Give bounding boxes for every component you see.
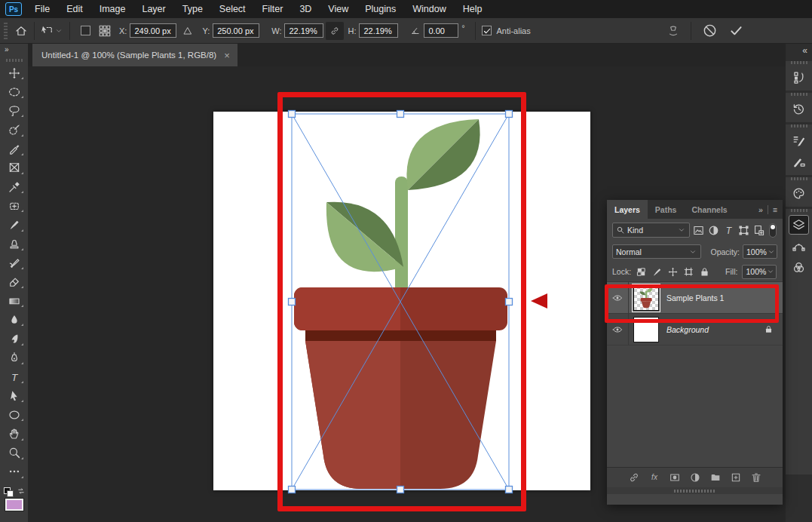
link-layers-icon[interactable] <box>628 471 640 484</box>
path-selection-tool[interactable] <box>4 389 25 402</box>
document-tab[interactable]: Untitled-1 @ 100% (Sample Plants 1, RGB/… <box>32 44 237 66</box>
smart-object-filter-icon[interactable] <box>752 224 765 237</box>
options-grip[interactable] <box>4 23 8 39</box>
transform-tool-icon[interactable] <box>41 24 54 38</box>
tab-paths[interactable]: Paths <box>648 200 685 219</box>
eyedropper-tool[interactable] <box>4 180 25 193</box>
pen-tool[interactable] <box>4 352 25 364</box>
tab-channels[interactable]: Channels <box>684 200 734 219</box>
more-tools[interactable] <box>4 465 25 478</box>
frame-tool[interactable] <box>4 161 25 174</box>
layers-panel-button[interactable] <box>789 215 809 235</box>
pixel-layers-filter-icon[interactable] <box>692 224 705 237</box>
clone-stamp-tool[interactable] <box>4 238 25 250</box>
brush-settings-panel-button[interactable] <box>789 130 809 150</box>
history-panel-button[interactable] <box>789 99 809 118</box>
paths-panel-button[interactable] <box>789 236 809 256</box>
options-bar: X: 249.00 px Y: 250.00 px W: 22.19% H: 2… <box>0 18 812 44</box>
chevron-down-icon <box>688 247 697 256</box>
opacity-select[interactable]: 100% <box>743 244 777 259</box>
blur-tool[interactable] <box>4 313 25 326</box>
brush-tool[interactable] <box>4 219 25 232</box>
document-title: Untitled-1 @ 100% (Sample Plants 1, RGB/… <box>41 51 216 60</box>
tab-layers[interactable]: Layers <box>607 200 648 219</box>
panel-more-icon[interactable]: » <box>758 205 763 214</box>
commit-transform-icon[interactable] <box>728 23 744 38</box>
menu-type[interactable]: Type <box>174 0 211 18</box>
menu-view[interactable]: View <box>320 0 357 18</box>
brushes-panel-button[interactable] <box>789 152 809 171</box>
menu-window[interactable]: Window <box>404 0 454 18</box>
lock-transparent-pixels-icon[interactable] <box>636 266 647 278</box>
type-layers-filter-icon[interactable]: T <box>722 224 735 237</box>
layer-effects-icon[interactable]: fx <box>648 471 660 484</box>
elliptical-marquee-tool[interactable] <box>4 85 25 98</box>
delete-layer-icon[interactable] <box>750 471 762 484</box>
smudge-tool[interactable] <box>4 333 25 345</box>
channels-panel-button[interactable] <box>789 257 809 277</box>
move-tool[interactable] <box>4 66 25 79</box>
new-layer-icon[interactable] <box>730 471 742 484</box>
patch-tool[interactable] <box>4 199 25 212</box>
lock-artboard-icon[interactable] <box>683 266 694 278</box>
chevron-down-icon[interactable] <box>54 26 63 35</box>
w-input[interactable]: 22.19% <box>284 23 323 38</box>
layer-name[interactable]: Background <box>666 325 709 334</box>
reference-point-checkbox[interactable] <box>81 26 90 35</box>
delta-icon[interactable] <box>182 26 193 36</box>
link-dimensions-button[interactable] <box>326 22 344 40</box>
dock-expand-icon[interactable]: « <box>786 44 812 59</box>
menu-edit[interactable]: Edit <box>58 0 91 18</box>
reference-point-grid-icon[interactable] <box>98 24 112 38</box>
lock-image-pixels-icon[interactable] <box>651 266 663 278</box>
lock-position-icon[interactable] <box>667 266 679 278</box>
x-input[interactable]: 249.00 px <box>130 23 176 38</box>
layer-filter-toggle[interactable] <box>769 223 777 238</box>
tab-close-icon[interactable]: × <box>224 50 230 61</box>
layer-mask-icon[interactable] <box>669 471 681 484</box>
cancel-transform-icon[interactable] <box>702 23 718 38</box>
type-tool[interactable]: T <box>4 370 25 383</box>
default-colors-icon[interactable] <box>4 487 14 497</box>
history-brush-tool[interactable] <box>4 256 25 269</box>
adjustment-layer-icon[interactable] <box>689 471 701 484</box>
menu-3d[interactable]: 3D <box>291 0 320 18</box>
y-input[interactable]: 250.00 px <box>213 23 259 38</box>
menu-file[interactable]: File <box>26 0 58 18</box>
shape-layers-filter-icon[interactable] <box>737 224 750 237</box>
healing-brush-tool[interactable] <box>4 143 25 155</box>
foreground-color-swatch[interactable] <box>5 499 23 511</box>
menu-filter[interactable]: Filter <box>254 0 292 18</box>
gradient-tool[interactable] <box>4 294 25 307</box>
eraser-tool[interactable] <box>4 275 25 288</box>
hand-tool[interactable] <box>4 428 25 441</box>
adjustment-layers-filter-icon[interactable] <box>707 224 720 237</box>
actions-panel-button[interactable] <box>789 67 809 87</box>
toolbar-grip[interactable] <box>6 59 23 62</box>
new-group-icon[interactable] <box>709 471 722 484</box>
kind-filter-dropdown[interactable]: Kind <box>612 223 690 238</box>
swap-colors-icon[interactable] <box>16 486 26 496</box>
ellipse-tool[interactable] <box>4 408 25 421</box>
h-input[interactable]: 22.19% <box>359 23 398 38</box>
menu-help[interactable]: Help <box>455 0 491 18</box>
menu-image[interactable]: Image <box>91 0 134 18</box>
blend-mode-select[interactable]: Normal <box>612 244 701 259</box>
panel-menu-icon[interactable]: ≡ <box>773 205 777 214</box>
toolbar-collapse-icon[interactable]: » <box>0 44 28 56</box>
panel-resize-grip[interactable] <box>607 487 783 494</box>
warp-mode-icon[interactable] <box>666 24 680 38</box>
color-panel-button[interactable] <box>789 183 809 203</box>
menu-plugins[interactable]: Plugins <box>357 0 404 18</box>
patch-icon <box>8 199 21 213</box>
zoom-tool[interactable] <box>4 447 25 459</box>
quick-selection-tool[interactable] <box>4 124 25 137</box>
lock-all-icon[interactable] <box>699 266 710 278</box>
menu-layer[interactable]: Layer <box>133 0 173 18</box>
fill-select[interactable]: 100% <box>742 265 777 279</box>
menu-select[interactable]: Select <box>211 0 254 18</box>
anti-alias-checkbox[interactable] <box>482 26 492 35</box>
lasso-tool[interactable] <box>4 104 25 117</box>
rotation-input[interactable]: 0.00 <box>424 23 458 38</box>
home-icon[interactable] <box>14 24 28 38</box>
